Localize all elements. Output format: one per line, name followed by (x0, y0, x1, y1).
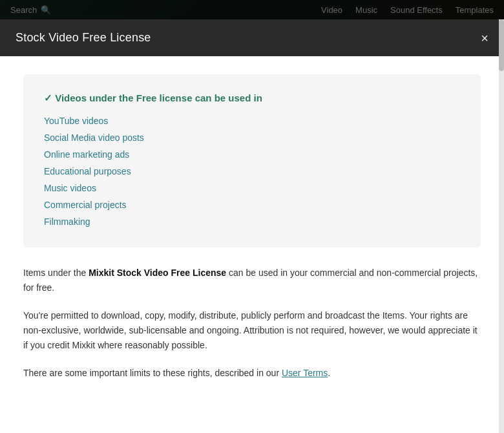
user-terms-link[interactable]: User Terms (282, 368, 328, 378)
list-item[interactable]: Filmmaking (44, 216, 460, 227)
license-title-text: ✓ Videos under the Free license can be u… (44, 92, 262, 104)
list-item[interactable]: YouTube videos (44, 116, 460, 126)
list-item[interactable]: Commercial projects (44, 200, 460, 210)
modal-body[interactable]: ✓ Videos under the Free license can be u… (0, 56, 504, 433)
paragraph-1: Items under the Mixkit Stock Video Free … (23, 266, 481, 295)
modal-title: Stock Video Free License (16, 31, 151, 45)
paragraph-2: You're permitted to download, copy, modi… (23, 308, 481, 353)
scroll-track[interactable] (499, 19, 504, 433)
license-list: YouTube videos Social Media video posts … (44, 116, 460, 227)
list-item[interactable]: Music videos (44, 183, 460, 193)
list-item[interactable]: Online marketing ads (44, 149, 460, 160)
paragraph-3-suffix: . (328, 368, 330, 378)
close-button[interactable]: × (481, 32, 488, 45)
scroll-thumb[interactable] (499, 19, 504, 71)
paragraph-3: There are some important limits to these… (23, 366, 481, 381)
license-box: ✓ Videos under the Free license can be u… (23, 74, 481, 248)
modal-header: Stock Video Free License × (0, 19, 504, 56)
list-item[interactable]: Educational purposes (44, 166, 460, 176)
paragraph-1-prefix: Items under the (23, 268, 89, 278)
paragraph-3-prefix: There are some important limits to these… (23, 368, 282, 378)
list-item[interactable]: Social Media video posts (44, 132, 460, 143)
paragraph-1-brand: Mixkit Stock Video Free License (89, 268, 226, 278)
modal-dialog: Stock Video Free License × ✓ Videos unde… (0, 19, 504, 433)
license-box-title: ✓ Videos under the Free license can be u… (44, 92, 460, 104)
